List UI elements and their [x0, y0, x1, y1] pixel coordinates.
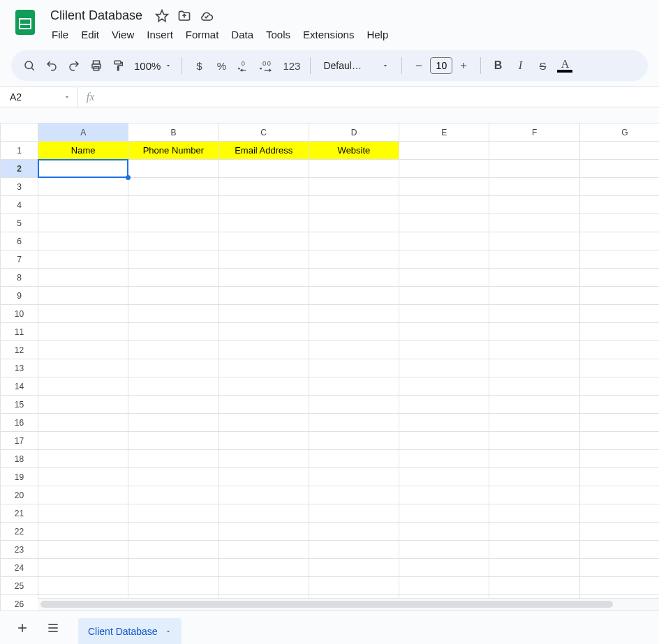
cell-G12[interactable]: [579, 341, 659, 359]
cell-G15[interactable]: [579, 396, 659, 414]
cell-D8[interactable]: [309, 269, 399, 287]
cell-C8[interactable]: [219, 269, 309, 287]
cell-F22[interactable]: [489, 523, 579, 541]
column-header-D[interactable]: D: [309, 123, 399, 142]
cell-A12[interactable]: [38, 341, 128, 359]
cell-G13[interactable]: [579, 359, 659, 377]
row-header-25[interactable]: 25: [1, 577, 38, 595]
cell-A3[interactable]: [38, 178, 128, 196]
cell-G22[interactable]: [579, 523, 659, 541]
cell-G25[interactable]: [579, 577, 659, 595]
row-header-12[interactable]: 12: [1, 341, 38, 359]
cell-C23[interactable]: [219, 541, 309, 559]
cell-B3[interactable]: [128, 178, 219, 196]
row-header-6[interactable]: 6: [1, 232, 38, 250]
cell-D17[interactable]: [309, 432, 399, 450]
row-header-18[interactable]: 18: [1, 450, 38, 468]
cell-F7[interactable]: [489, 250, 579, 269]
name-box[interactable]: A2: [0, 87, 78, 107]
row-header-19[interactable]: 19: [1, 468, 38, 486]
column-header-G[interactable]: G: [579, 123, 659, 142]
cell-F11[interactable]: [489, 323, 579, 341]
cell-D9[interactable]: [309, 287, 399, 305]
font-size-input[interactable]: [430, 57, 452, 74]
format-currency-button[interactable]: $: [189, 55, 209, 76]
cell-B15[interactable]: [128, 396, 219, 414]
sheet-tab-active[interactable]: Client Database: [78, 618, 182, 645]
format-percent-button[interactable]: %: [212, 55, 231, 76]
cell-G3[interactable]: [579, 178, 659, 196]
cell-F14[interactable]: [489, 377, 579, 396]
cell-D15[interactable]: [309, 396, 399, 414]
cell-B14[interactable]: [128, 377, 219, 396]
all-sheets-button[interactable]: [40, 615, 66, 641]
cell-F18[interactable]: [489, 450, 579, 468]
cell-E10[interactable]: [399, 305, 489, 323]
row-header-11[interactable]: 11: [1, 323, 38, 341]
cell-C20[interactable]: [219, 486, 309, 504]
cell-C6[interactable]: [219, 232, 309, 250]
menu-edit[interactable]: Edit: [75, 26, 105, 43]
cell-G19[interactable]: [579, 468, 659, 486]
row-header-24[interactable]: 24: [1, 559, 38, 577]
cell-A10[interactable]: [38, 305, 128, 323]
cell-F2[interactable]: [489, 160, 579, 178]
cell-G23[interactable]: [579, 541, 659, 559]
cell-F16[interactable]: [489, 414, 579, 432]
cell-C15[interactable]: [219, 396, 309, 414]
strikethrough-button[interactable]: S: [533, 55, 552, 76]
cell-A18[interactable]: [38, 450, 128, 468]
menu-format[interactable]: Format: [180, 26, 225, 43]
cell-G20[interactable]: [579, 486, 659, 504]
cell-B24[interactable]: [128, 559, 219, 577]
cell-B6[interactable]: [128, 232, 219, 250]
cell-A11[interactable]: [38, 323, 128, 341]
cell-F13[interactable]: [489, 359, 579, 377]
cell-G4[interactable]: [579, 196, 659, 214]
cell-D21[interactable]: [309, 504, 399, 523]
cell-G17[interactable]: [579, 432, 659, 450]
cell-G11[interactable]: [579, 323, 659, 341]
cell-A14[interactable]: [38, 377, 128, 396]
cell-B9[interactable]: [128, 287, 219, 305]
cell-D22[interactable]: [309, 523, 399, 541]
cell-A15[interactable]: [38, 396, 128, 414]
cell-A5[interactable]: [38, 214, 128, 232]
cell-E25[interactable]: [399, 577, 489, 595]
cell-A13[interactable]: [38, 359, 128, 377]
cell-F17[interactable]: [489, 432, 579, 450]
cell-A1[interactable]: Name: [38, 142, 128, 160]
row-header-9[interactable]: 9: [1, 287, 38, 305]
move-to-folder-icon[interactable]: [177, 9, 191, 23]
cell-F6[interactable]: [489, 232, 579, 250]
cell-C13[interactable]: [219, 359, 309, 377]
cell-C1[interactable]: Email Address: [219, 142, 309, 160]
row-header-13[interactable]: 13: [1, 359, 38, 377]
cell-A8[interactable]: [38, 269, 128, 287]
cell-E5[interactable]: [399, 214, 489, 232]
cell-F3[interactable]: [489, 178, 579, 196]
cell-C12[interactable]: [219, 341, 309, 359]
cell-F12[interactable]: [489, 341, 579, 359]
cell-G2[interactable]: [579, 160, 659, 178]
cell-C3[interactable]: [219, 178, 309, 196]
cell-G8[interactable]: [579, 269, 659, 287]
row-header-17[interactable]: 17: [1, 432, 38, 450]
cell-E24[interactable]: [399, 559, 489, 577]
cell-E1[interactable]: [399, 142, 489, 160]
cell-E20[interactable]: [399, 486, 489, 504]
cell-D2[interactable]: [309, 160, 399, 178]
cell-G5[interactable]: [579, 214, 659, 232]
column-header-C[interactable]: C: [219, 123, 309, 142]
cell-D6[interactable]: [309, 232, 399, 250]
cell-E16[interactable]: [399, 414, 489, 432]
cell-C19[interactable]: [219, 468, 309, 486]
cell-B19[interactable]: [128, 468, 219, 486]
cell-F10[interactable]: [489, 305, 579, 323]
cell-B17[interactable]: [128, 432, 219, 450]
cell-C11[interactable]: [219, 323, 309, 341]
cell-G9[interactable]: [579, 287, 659, 305]
row-header-16[interactable]: 16: [1, 414, 38, 432]
cell-E14[interactable]: [399, 377, 489, 396]
cell-E4[interactable]: [399, 196, 489, 214]
